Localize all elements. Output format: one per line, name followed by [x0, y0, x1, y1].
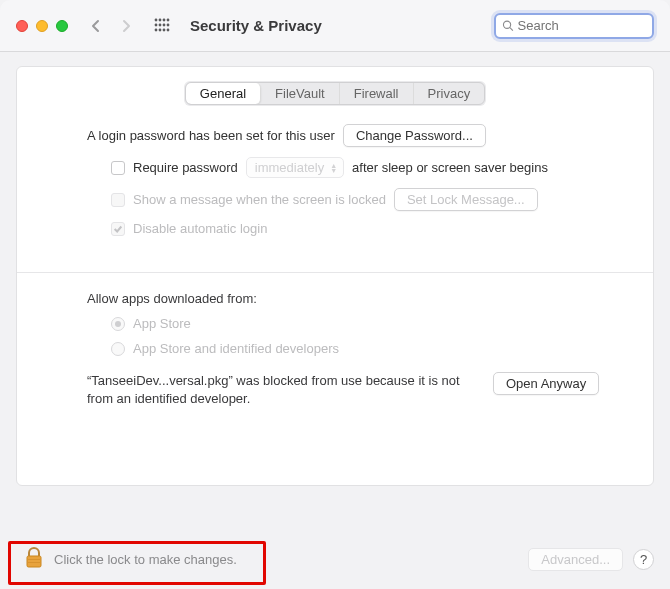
advanced-button[interactable]: Advanced...	[528, 548, 623, 571]
svg-point-10	[163, 28, 166, 31]
after-sleep-label: after sleep or screen saver begins	[352, 160, 548, 175]
svg-line-13	[510, 28, 513, 31]
tab-privacy[interactable]: Privacy	[414, 83, 485, 104]
svg-point-6	[163, 23, 166, 26]
svg-point-4	[155, 23, 158, 26]
login-password-label: A login password has been set for this u…	[87, 128, 335, 143]
lock-to-change-button[interactable]: Click the lock to make changes.	[16, 540, 245, 579]
settings-panel: General FileVault Firewall Privacy A log…	[16, 66, 654, 486]
disable-auto-login-label: Disable automatic login	[133, 221, 267, 236]
close-window-button[interactable]	[16, 20, 28, 32]
show-all-prefs-button[interactable]	[154, 18, 170, 34]
tab-general[interactable]: General	[186, 83, 261, 104]
back-button[interactable]	[90, 19, 102, 33]
lock-text: Click the lock to make changes.	[54, 552, 237, 567]
set-lock-message-button: Set Lock Message...	[394, 188, 538, 211]
tab-bar: General FileVault Firewall Privacy	[185, 82, 485, 105]
require-password-checkbox[interactable]	[111, 161, 125, 175]
maximize-window-button[interactable]	[56, 20, 68, 32]
change-password-button[interactable]: Change Password...	[343, 124, 486, 147]
search-field[interactable]	[494, 13, 654, 39]
svg-point-9	[159, 28, 162, 31]
svg-point-12	[503, 21, 510, 28]
open-anyway-button[interactable]: Open Anyway	[493, 372, 599, 395]
show-message-checkbox	[111, 193, 125, 207]
divider	[17, 272, 653, 273]
blocked-app-message: “TanseeiDev...versal.pkg” was blocked fr…	[87, 372, 477, 407]
tab-firewall[interactable]: Firewall	[340, 83, 414, 104]
svg-point-1	[159, 18, 162, 21]
radio-app-store	[111, 317, 125, 331]
help-button[interactable]: ?	[633, 549, 654, 570]
require-password-delay-select[interactable]: immediately ▲▼	[246, 157, 344, 178]
disable-auto-login-checkbox	[111, 222, 125, 236]
radio-app-store-label: App Store	[133, 316, 191, 331]
svg-rect-16	[27, 562, 41, 563]
window-controls	[16, 20, 68, 32]
svg-rect-15	[27, 559, 41, 560]
page-title: Security & Privacy	[190, 17, 322, 34]
search-input[interactable]	[518, 18, 646, 33]
allow-apps-heading: Allow apps downloaded from:	[87, 291, 633, 306]
stepper-icon: ▲▼	[330, 163, 337, 173]
svg-rect-14	[27, 556, 41, 567]
footer: Click the lock to make changes. Advanced…	[16, 540, 654, 579]
show-message-label: Show a message when the screen is locked	[133, 192, 386, 207]
svg-point-2	[163, 18, 166, 21]
toolbar: Security & Privacy	[0, 0, 670, 52]
lock-icon	[24, 546, 44, 573]
svg-point-5	[159, 23, 162, 26]
tab-filevault[interactable]: FileVault	[261, 83, 340, 104]
svg-point-3	[167, 18, 170, 21]
svg-point-7	[167, 23, 170, 26]
radio-identified-devs	[111, 342, 125, 356]
svg-point-11	[167, 28, 170, 31]
require-password-label: Require password	[133, 160, 238, 175]
radio-identified-devs-label: App Store and identified developers	[133, 341, 339, 356]
forward-button[interactable]	[120, 19, 132, 33]
svg-point-0	[155, 18, 158, 21]
search-icon	[502, 19, 514, 32]
minimize-window-button[interactable]	[36, 20, 48, 32]
svg-point-8	[155, 28, 158, 31]
